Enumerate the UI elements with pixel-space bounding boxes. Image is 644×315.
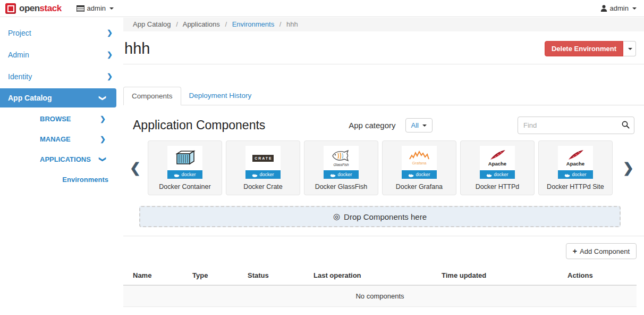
component-card-docker-crate[interactable]: CRATE docker Docker Crate <box>226 140 300 195</box>
breadcrumb-applications: Applications <box>183 20 220 28</box>
project-menu-label: admin <box>87 4 106 12</box>
drop-components-zone[interactable]: ◎ Drop Components here <box>139 206 621 227</box>
docker-container-logo <box>167 146 202 170</box>
project-switcher-menu[interactable]: admin <box>77 4 114 12</box>
sidebar-item-admin[interactable]: Admin❯ <box>0 44 123 65</box>
sidebar-item-browse[interactable]: BROWSE❯ <box>0 109 123 129</box>
component-card-docker-httpd[interactable]: Apache docker Docker HTTPd <box>460 140 535 195</box>
tab-components[interactable]: Components <box>123 87 181 105</box>
openstack-logo[interactable]: openstack <box>5 3 62 14</box>
sidebar-item-label: Project <box>8 29 31 37</box>
component-card-docker-httpd-site[interactable]: Apache docker Docker HTTPd Site <box>538 140 613 195</box>
user-menu-label: admin <box>610 4 629 12</box>
section-divider <box>123 236 644 236</box>
sidebar-item-applications[interactable]: APPLICATIONS❯ <box>0 149 123 169</box>
page-title: hhh <box>124 41 150 56</box>
docker-whale-icon <box>486 172 492 177</box>
chevron-down-icon: ❯ <box>99 95 107 101</box>
user-icon <box>600 5 607 12</box>
chevron-right-icon: ❯ <box>100 135 106 143</box>
component-tile: Apache docker <box>558 146 593 179</box>
apache-logo-text: Apache <box>566 161 584 167</box>
component-card-docker-grafana[interactable]: Grafana docker Docker Grafana <box>382 140 456 195</box>
component-card-label: Docker HTTPd <box>461 183 534 190</box>
component-tile: docker <box>167 146 202 179</box>
column-header-time-updated: Time updated <box>442 267 567 285</box>
sidebar-item-label: App Catalog <box>8 94 52 102</box>
delete-environment-button[interactable]: Delete Environment <box>545 41 623 56</box>
target-icon: ◎ <box>333 212 340 221</box>
user-menu[interactable]: admin <box>600 4 637 12</box>
sidebar-item-label: Environments <box>62 176 108 184</box>
project-list-icon <box>77 5 84 12</box>
docker-badge-text: docker <box>494 172 508 177</box>
docker-glassfish-logo: GlassFish <box>324 146 359 170</box>
docker-whale-icon <box>252 172 258 177</box>
components-panel-header: Application Components App category All <box>123 117 644 134</box>
component-tile: Grafana docker <box>402 146 437 179</box>
caret-down-icon <box>632 7 637 10</box>
brand-stack: stack <box>40 3 62 13</box>
component-tile: CRATE docker <box>245 146 281 179</box>
caret-down-icon <box>628 48 632 50</box>
column-header-last-operation: Last operation <box>313 267 442 285</box>
chevron-right-icon: ❯ <box>107 51 113 59</box>
empty-table-row: No components <box>123 285 637 307</box>
breadcrumb-app-catalog: App Catalog <box>133 20 171 28</box>
docker-whale-icon <box>174 172 180 177</box>
docker-badge-text: docker <box>416 172 430 177</box>
column-header-type: Type <box>192 267 248 285</box>
app-category-label: App category <box>349 121 395 130</box>
chevron-down-icon: ❯ <box>99 156 107 162</box>
docker-whale-icon <box>330 172 336 177</box>
add-component-button[interactable]: +Add Component <box>566 243 637 259</box>
sidebar-item-identity[interactable]: Identity❯ <box>0 65 123 87</box>
brand-open: open <box>19 3 40 13</box>
carousel-next-button[interactable]: ❯ <box>623 161 634 175</box>
table-actions-row: +Add Component <box>123 243 644 259</box>
app-category-selected: All <box>411 121 419 129</box>
crate-logo-text: CRATE <box>252 155 274 162</box>
component-tile: Apache docker <box>480 146 515 179</box>
sidebar-item-label: Identity <box>8 72 32 81</box>
component-card-label: Docker Grafana <box>383 183 456 190</box>
add-component-label: Add Component <box>580 247 630 255</box>
sidebar-item-environments[interactable]: Environments <box>0 169 123 189</box>
tab-deployment-history[interactable]: Deployment History <box>181 87 260 105</box>
docker-httpd-apache-logo: Apache <box>480 146 515 170</box>
sidebar-item-app-catalog[interactable]: App Catalog❯ <box>0 88 116 107</box>
glassfish-logo-text: GlassFish <box>334 163 349 167</box>
chevron-right-icon: ❯ <box>107 29 113 37</box>
docker-badge-text: docker <box>572 172 586 177</box>
breadcrumb: App Catalog / Applications / Environment… <box>123 18 644 31</box>
brand-text: openstack <box>19 3 62 14</box>
breadcrumb-environments-link[interactable]: Environments <box>232 20 274 28</box>
sidebar-item-label: APPLICATIONS <box>40 155 91 163</box>
openstack-cube-icon <box>5 3 16 14</box>
search-input[interactable] <box>518 117 634 134</box>
tab-bar: Components Deployment History <box>123 87 644 105</box>
components-carousel: ❮ docker Docker Container <box>123 140 644 195</box>
delete-environment-dropdown-toggle[interactable] <box>623 41 636 56</box>
docker-grafana-logo: Grafana <box>402 146 437 170</box>
docker-badge-text: docker <box>259 172 274 177</box>
sidebar-item-label: BROWSE <box>40 115 71 123</box>
caret-down-icon <box>422 125 427 127</box>
component-card-docker-container[interactable]: docker Docker Container <box>148 140 222 195</box>
carousel-prev-button[interactable]: ❮ <box>130 161 141 175</box>
docker-badge: docker <box>324 170 359 179</box>
chevron-right-icon: ❯ <box>107 72 113 80</box>
horizon-dashboard: openstack admin admin Project❯ Admin❯ Id… <box>0 0 644 315</box>
title-divider <box>123 64 644 64</box>
docker-httpd-site-apache-logo: Apache <box>558 146 593 170</box>
sidebar-item-manage[interactable]: MANAGE❯ <box>0 129 123 149</box>
search-icon[interactable] <box>622 121 630 129</box>
component-card-docker-glassfish[interactable]: GlassFish docker Docker GlassFish <box>304 140 378 195</box>
components-table: Name Type Status Last operation Time upd… <box>123 267 637 307</box>
sidebar-item-project[interactable]: Project❯ <box>0 22 123 44</box>
component-card-label: Docker Crate <box>226 183 300 190</box>
breadcrumb-separator: / <box>225 20 227 28</box>
app-category-dropdown[interactable]: All <box>405 118 433 132</box>
docker-badge-text: docker <box>337 172 352 177</box>
docker-badge: docker <box>167 170 202 179</box>
